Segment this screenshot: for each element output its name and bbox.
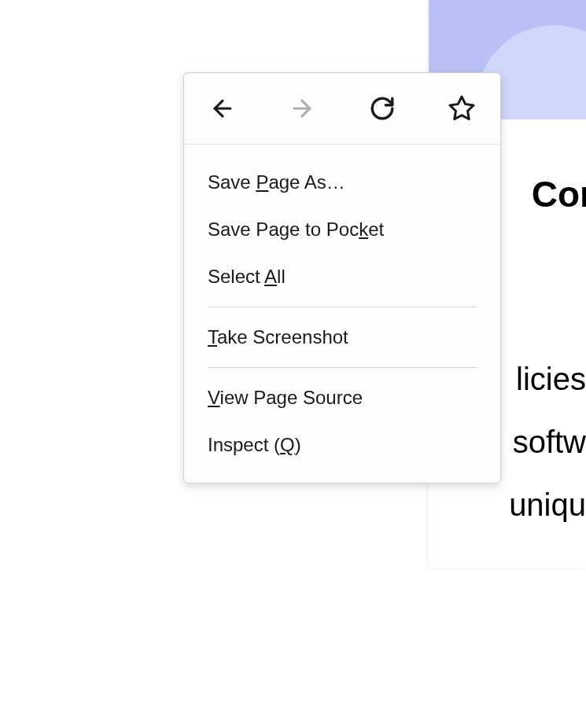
menu-item-text: Save Page to Poc bbox=[208, 219, 359, 240]
bookmark-button[interactable] bbox=[447, 94, 477, 123]
menu-item-text: Save bbox=[208, 171, 256, 193]
menu-item-text: Q bbox=[280, 434, 295, 455]
menu-inspect[interactable]: Inspect (Q) bbox=[184, 421, 500, 469]
menu-item-text: ll bbox=[277, 266, 286, 287]
reload-icon bbox=[369, 95, 396, 122]
menu-save-page-as[interactable]: Save Page As… bbox=[184, 159, 500, 206]
back-button[interactable] bbox=[208, 94, 238, 123]
star-icon bbox=[448, 94, 476, 123]
menu-take-screenshot[interactable]: Take Screenshot bbox=[184, 314, 500, 361]
menu-select-all[interactable]: Select All bbox=[184, 253, 500, 300]
menu-item-text: iew Page Source bbox=[220, 387, 363, 408]
context-menu: Save Page As…Save Page to PocketSelect A… bbox=[183, 72, 501, 483]
menu-item-text: k bbox=[359, 219, 368, 240]
menu-item-text: ake Screenshot bbox=[217, 326, 348, 347]
menu-item-text: Inspect ( bbox=[208, 434, 280, 455]
menu-view-page-source[interactable]: View Page Source bbox=[184, 374, 500, 421]
background-text-line-3: uniqu bbox=[509, 487, 586, 523]
background-text-line-2: softw bbox=[513, 425, 586, 460]
menu-item-text: V bbox=[208, 387, 220, 408]
forward-arrow-icon bbox=[289, 95, 315, 122]
menu-item-text: P bbox=[256, 171, 268, 193]
menu-separator bbox=[208, 367, 477, 368]
forward-button bbox=[287, 94, 317, 123]
reload-button[interactable] bbox=[367, 94, 397, 123]
background-heading: Cor bbox=[532, 173, 586, 215]
background-text-line-1: licies bbox=[516, 362, 586, 397]
menu-item-text: age As… bbox=[268, 171, 345, 193]
back-arrow-icon bbox=[209, 95, 236, 122]
context-menu-toolbar bbox=[184, 73, 500, 145]
menu-separator bbox=[208, 307, 477, 307]
context-menu-items: Save Page As…Save Page to PocketSelect A… bbox=[184, 145, 500, 483]
menu-item-text: Select bbox=[208, 266, 264, 287]
menu-item-text: A bbox=[264, 266, 277, 287]
menu-item-text: et bbox=[368, 219, 384, 240]
menu-save-to-pocket[interactable]: Save Page to Pocket bbox=[184, 206, 500, 253]
menu-item-text: ) bbox=[295, 434, 301, 455]
svg-marker-0 bbox=[450, 97, 474, 119]
menu-item-text: T bbox=[208, 326, 217, 347]
